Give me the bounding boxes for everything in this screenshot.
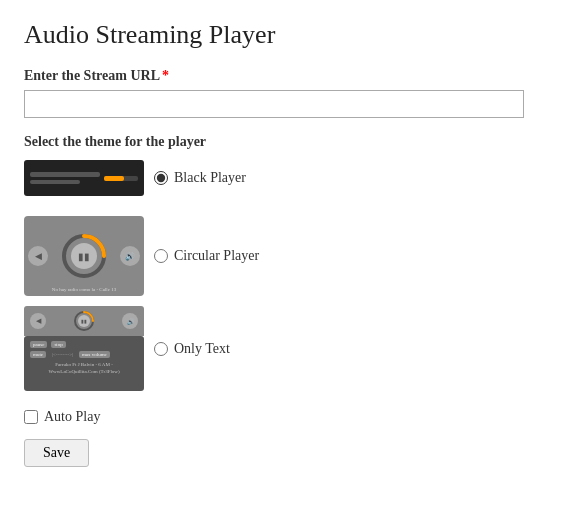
- circ-arc-container: ▮▮: [59, 231, 109, 281]
- circ-prev-btn: ◀: [28, 246, 48, 266]
- bottom-stop-btn: stop: [51, 341, 65, 348]
- theme-label: Select the theme for the player: [24, 134, 542, 150]
- circular-player-thumbnail: ◀ ▮▮ 🔊: [24, 216, 144, 296]
- circ-pause-btn: ▮▮: [71, 243, 97, 269]
- bottom-mute-row: mute |<-------->| max volume: [30, 351, 138, 358]
- autoplay-row: Auto Play: [24, 409, 542, 425]
- autoplay-label[interactable]: Auto Play: [44, 409, 100, 425]
- stream-url-input[interactable]: [24, 90, 524, 118]
- theme-only-text-text: Only Text: [174, 341, 230, 357]
- ot-vol: 🔊: [122, 313, 138, 329]
- circular-no-radio-text: No hay radio como la - Calle 13: [24, 287, 144, 292]
- bp-title-line: [30, 172, 100, 177]
- bottom-player-thumb: pause stop mute |<-------->| max volume …: [24, 336, 144, 391]
- theme-options: Black Player ◀: [24, 160, 542, 401]
- black-player-thumbnail: [24, 160, 144, 196]
- theme-row-black: Black Player: [24, 160, 542, 196]
- bottom-seek-text: |<-------->|: [50, 352, 75, 357]
- only-text-top-thumb: ◀ ▮▮ 🔊: [24, 306, 144, 336]
- circ-volume-btn: 🔊: [120, 246, 140, 266]
- bp-subtitle-line: [30, 180, 80, 184]
- autoplay-checkbox[interactable]: [24, 410, 38, 424]
- theme-only-text-radio[interactable]: [154, 342, 168, 356]
- bottom-maxvol-btn: max volume: [79, 351, 110, 358]
- ot-pause: ▮▮: [78, 315, 90, 327]
- theme-row-only-text: ◀ ▮▮ 🔊: [24, 306, 542, 391]
- bottom-pause-btn: pause: [30, 341, 47, 348]
- bp-progress-fill: [104, 176, 124, 181]
- required-indicator: *: [162, 68, 169, 83]
- stream-url-label: Enter the Stream URL*: [24, 68, 542, 84]
- theme-black-radio[interactable]: [154, 171, 168, 185]
- bottom-mute-btn: mute: [30, 351, 46, 358]
- page-title: Audio Streaming Player: [24, 20, 542, 50]
- bottom-btn-row: pause stop: [30, 341, 138, 348]
- theme-section: Select the theme for the player Black Pl…: [24, 134, 542, 401]
- stream-url-section: Enter the Stream URL*: [24, 68, 542, 118]
- save-button[interactable]: Save: [24, 439, 89, 467]
- theme-black-text: Black Player: [174, 170, 246, 186]
- ot-prev: ◀: [30, 313, 46, 329]
- bottom-song-info: Farruko Ft J Balvin - 6 AM - WwwLaCoQuil…: [30, 361, 138, 375]
- bp-progress-bar: [104, 176, 138, 181]
- theme-black-label[interactable]: Black Player: [154, 170, 246, 186]
- combined-thumbnail: ◀ ▮▮ 🔊: [24, 306, 144, 391]
- theme-circular-label[interactable]: Circular Player: [154, 248, 259, 264]
- theme-circular-radio[interactable]: [154, 249, 168, 263]
- bp-text-area: [30, 172, 100, 184]
- theme-only-text-label[interactable]: Only Text: [154, 341, 230, 357]
- ot-circ: ▮▮: [72, 309, 96, 333]
- theme-row-circular: ◀ ▮▮ 🔊: [24, 216, 542, 296]
- theme-circular-text: Circular Player: [174, 248, 259, 264]
